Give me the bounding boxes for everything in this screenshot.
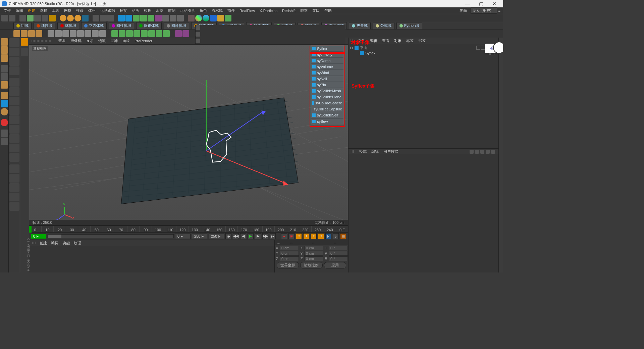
gr1-icon[interactable] [111, 30, 118, 37]
coord-scale-button[interactable]: 缩放比例 [300, 262, 322, 268]
menu-编辑[interactable]: 编辑 [13, 7, 25, 14]
gr8-icon[interactable] [163, 30, 170, 37]
fx2-icon[interactable] [182, 30, 189, 37]
play-button[interactable]: ▶ [248, 233, 254, 239]
pal-d-icon[interactable] [1, 92, 8, 99]
field-圆锥体域[interactable]: 圆锥体域 [136, 22, 162, 29]
range-in-field[interactable]: 250 F [192, 234, 207, 239]
lastused-icon[interactable] [49, 15, 56, 21]
mode-obj-icon[interactable] [9, 57, 19, 66]
eff2-icon[interactable] [55, 30, 62, 37]
pal-magnet-icon[interactable] [1, 119, 8, 126]
obj-Syflex[interactable]: Syflex [350, 50, 497, 56]
object-tree[interactable]: ⊟平面Syflex [348, 44, 498, 148]
mat-tab-func[interactable]: 功能 [62, 241, 70, 246]
cube-primitive-icon[interactable] [118, 15, 125, 21]
range-out-field[interactable]: 250 F [209, 234, 224, 239]
dd-Syflex[interactable]: Syflex [311, 46, 343, 52]
pal-c-icon[interactable] [1, 81, 8, 89]
minimize-button[interactable]: — [461, 0, 474, 7]
layout-selector[interactable]: 启动 (用户) [471, 7, 497, 14]
mode-model-icon[interactable] [9, 38, 19, 47]
attr-lock-icon[interactable] [486, 150, 490, 154]
mode-m7-icon[interactable] [9, 183, 19, 192]
dd-syWind[interactable]: syWind [311, 70, 343, 76]
colorwheel-icon[interactable] [195, 15, 202, 21]
dd-syNail[interactable]: syNail [311, 76, 343, 82]
menu-运动跟踪[interactable]: 运动跟踪 [98, 7, 117, 14]
om-tab-view[interactable]: 查看 [382, 38, 389, 43]
gr6-icon[interactable] [148, 30, 155, 37]
menu-选择[interactable]: 选择 [38, 7, 50, 14]
undo-icon[interactable] [1, 15, 8, 21]
generator-icon[interactable] [133, 15, 140, 21]
misc2-icon[interactable] [225, 15, 231, 21]
vis-editor-icon[interactable] [476, 46, 480, 50]
render-region-icon[interactable] [100, 15, 107, 21]
record-button[interactable]: ● [281, 233, 287, 239]
key-rot-button[interactable]: ✦ [311, 233, 317, 239]
mat-tab-tex[interactable]: 纹理 [74, 241, 81, 246]
render-settings-icon[interactable] [107, 15, 114, 21]
range-slider[interactable] [48, 234, 174, 238]
mat-tab-edit[interactable]: 编辑 [51, 241, 58, 246]
tool-pointer-icon[interactable] [21, 48, 28, 56]
dd-sySew[interactable]: sySew [311, 118, 343, 124]
mode-point-icon[interactable] [9, 78, 19, 87]
scale-icon[interactable] [34, 15, 41, 21]
field-Python域[interactable]: Python域 [396, 22, 422, 29]
layout-more-icon[interactable]: ≡ [497, 9, 502, 13]
sound-button[interactable]: ♪ [333, 233, 339, 239]
mode-edge-icon[interactable] [9, 87, 19, 96]
psr-icon[interactable] [188, 15, 195, 21]
move-icon[interactable] [27, 15, 34, 21]
mg4-icon[interactable] [36, 30, 42, 37]
dd-syGravity[interactable]: syGravity [311, 52, 343, 58]
tool-move-icon[interactable] [21, 38, 28, 46]
vp-nav2-icon[interactable] [196, 32, 200, 37]
vp-menu-filter[interactable]: 过滤 [110, 38, 118, 43]
vp-menu-view[interactable]: 查看 [58, 38, 66, 43]
vp-menu-camera[interactable]: 摄像机 [70, 38, 82, 43]
attr-nav-back-icon[interactable] [470, 150, 474, 154]
menu-体积[interactable]: 体积 [86, 7, 98, 14]
mg3-icon[interactable] [28, 30, 35, 37]
dd-syCollideSphere[interactable]: syCollideSphere [311, 100, 343, 106]
extrude-icon[interactable] [148, 15, 154, 21]
next-frame-button[interactable]: ▶ [255, 233, 261, 239]
attr-nav-fwd-icon[interactable] [475, 150, 479, 154]
goto-start-button[interactable]: ⏮ [225, 233, 231, 239]
pal-cell-icon[interactable] [1, 46, 8, 54]
timeline-ruler[interactable]: 0102030405060708090100110120130140150160… [29, 226, 348, 232]
vis-render-icon[interactable] [481, 46, 485, 50]
axis-y-icon[interactable] [67, 15, 74, 21]
pal-a-icon[interactable] [1, 65, 8, 72]
mode-m1-icon[interactable] [9, 125, 19, 134]
menu-动画[interactable]: 动画 [129, 7, 142, 14]
gr7-icon[interactable] [156, 30, 162, 37]
gr5-icon[interactable] [141, 30, 148, 37]
field-圆环体域[interactable]: 圆环体域 [164, 22, 189, 29]
axis-z-icon[interactable] [74, 15, 81, 21]
coord-apply-button[interactable]: 应用 [324, 262, 346, 268]
prev-key-button[interactable]: ◀◀ [233, 233, 239, 239]
pal-grid-icon[interactable] [1, 138, 8, 145]
pal-e-icon[interactable] [1, 100, 8, 107]
eff4-icon[interactable] [70, 30, 76, 37]
attr-new-icon[interactable] [491, 150, 495, 154]
eff8-icon[interactable] [99, 30, 106, 37]
qr-icon[interactable] [210, 15, 217, 21]
select-live-icon[interactable] [19, 15, 26, 21]
camera-icon[interactable] [170, 15, 176, 21]
mode-poly-icon[interactable] [9, 97, 19, 105]
close-button[interactable]: ✕ [488, 0, 501, 7]
eff3-icon[interactable] [62, 30, 69, 37]
key-scale-button[interactable]: ✦ [303, 233, 309, 239]
coords-icon[interactable] [82, 15, 89, 21]
attr-nav-up-icon[interactable] [480, 150, 484, 154]
vp-nav3-icon[interactable] [196, 39, 200, 43]
dd-syPin[interactable]: syPin [311, 82, 343, 88]
mode-m4-icon[interactable] [9, 153, 19, 162]
globe-icon[interactable] [203, 15, 209, 21]
vp-nav1-icon[interactable] [196, 25, 200, 30]
